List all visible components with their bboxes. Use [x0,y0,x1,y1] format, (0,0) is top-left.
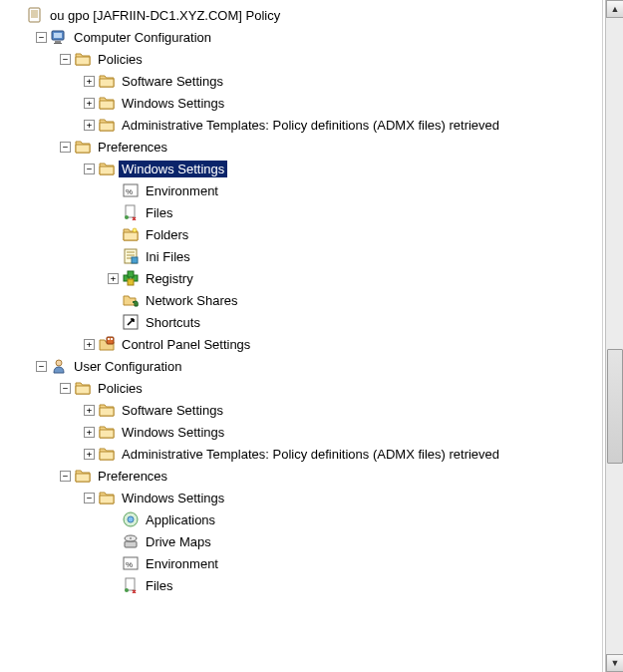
folder-icon [99,424,115,440]
tree-item-label[interactable]: Drive Maps [143,533,214,550]
env-icon [123,555,139,571]
tree-item-label[interactable]: ou gpo [JAFRIIN-DC1.XYZ.COM] Policy [47,7,283,24]
tree-item-label[interactable]: Windows Settings [119,161,227,177]
tree-item-label[interactable]: User Configuration [71,358,184,375]
node-user-config[interactable]: −User Configuration [6,355,602,377]
tree-item-label[interactable]: Policies [95,380,146,397]
ctrlpanel-icon [99,336,115,352]
expand-toggle[interactable]: + [84,405,95,416]
user-icon [51,358,67,374]
tree-item-label[interactable]: Preferences [95,139,170,156]
node-cc-control-panel[interactable]: +Control Panel Settings [6,333,602,355]
tree-item-label[interactable]: Administrative Templates: Policy definit… [119,117,502,134]
node-cc-preferences[interactable]: −Preferences [6,136,602,158]
drivemap-icon [123,533,139,549]
tree-item-label[interactable]: Control Panel Settings [119,336,253,353]
folder-icon [99,117,115,133]
collapse-toggle[interactable]: − [36,32,47,43]
node-uc-preferences[interactable]: −Preferences [6,465,602,487]
expand-toggle[interactable]: + [84,120,95,131]
node-cc-folders[interactable]: Folders [6,223,602,245]
node-cc-software-settings[interactable]: +Software Settings [6,70,602,92]
expand-toggle[interactable]: + [84,339,95,350]
collapse-toggle[interactable]: − [60,142,71,153]
node-uc-drive-maps[interactable]: Drive Maps [6,530,602,552]
tree-item-label[interactable]: Environment [143,182,221,199]
tree-item-label[interactable]: Software Settings [119,73,226,90]
scroll-track[interactable] [606,18,623,654]
node-cc-files[interactable]: Files [6,201,602,223]
collapse-toggle[interactable]: − [60,54,71,65]
shares-icon [123,292,139,308]
shortcut-icon [123,314,139,330]
ini-icon [123,248,139,264]
expand-toggle[interactable]: + [84,449,95,460]
expand-toggle[interactable]: + [84,76,95,87]
collapse-toggle[interactable]: − [60,471,71,482]
tree-item-label[interactable]: Windows Settings [119,490,227,506]
node-uc-windows-settings-policies[interactable]: +Windows Settings [6,421,602,443]
node-cc-network-shares[interactable]: Network Shares [6,289,602,311]
node-uc-files[interactable]: Files [6,574,602,596]
folder-icon [99,73,115,89]
tree-item-label[interactable]: Windows Settings [119,424,227,441]
tree-item-label[interactable]: Applications [143,511,218,528]
tree-item-label[interactable]: Software Settings [119,402,226,419]
node-uc-software-settings[interactable]: +Software Settings [6,399,602,421]
tree-item-label[interactable]: Windows Settings [119,95,227,112]
folder-icon [75,380,91,396]
node-root-policy[interactable]: ou gpo [JAFRIIN-DC1.XYZ.COM] Policy [6,4,602,26]
node-cc-admin-templates[interactable]: +Administrative Templates: Policy defini… [6,114,602,136]
tree-item-label[interactable]: Policies [95,51,146,68]
node-uc-policies[interactable]: −Policies [6,377,602,399]
tree-item-label[interactable]: Network Shares [143,292,240,309]
node-cc-shortcuts[interactable]: Shortcuts [6,311,602,333]
node-uc-windows-settings-prefs[interactable]: −Windows Settings [6,487,602,508]
tree-item-label[interactable]: Preferences [95,468,170,485]
folder-icon [75,468,91,484]
env-icon [123,182,139,198]
node-cc-registry[interactable]: +Registry [6,267,602,289]
apps-icon [123,511,139,527]
tree-item-label[interactable]: Administrative Templates: Policy definit… [119,446,502,463]
files-icon [123,204,139,220]
node-cc-policies[interactable]: −Policies [6,48,602,70]
scroll-down-button[interactable]: ▼ [606,654,623,672]
tree-item-label[interactable]: Files [143,577,175,594]
folder-icon [99,95,115,111]
tree-item-label[interactable]: Files [143,204,175,221]
collapse-toggle[interactable]: − [60,383,71,394]
tree-item-label[interactable]: Registry [143,270,196,287]
folders-sparkle-icon [123,226,139,242]
tree-item-label[interactable]: Environment [143,555,221,572]
scroll-thumb[interactable] [607,349,623,464]
folder-icon [99,402,115,418]
node-cc-windows-settings-policies[interactable]: +Windows Settings [6,92,602,114]
node-uc-applications[interactable]: Applications [6,508,602,530]
expand-toggle[interactable]: + [108,273,119,284]
tree-view[interactable]: ou gpo [JAFRIIN-DC1.XYZ.COM] Policy−Comp… [0,0,603,672]
folder-icon [99,446,115,462]
expand-toggle[interactable]: + [84,427,95,438]
collapse-toggle[interactable]: − [84,164,95,174]
scroll-up-button[interactable]: ▲ [606,0,623,18]
computer-icon [51,29,67,45]
tree-item-label[interactable]: Folders [143,226,191,243]
tree-item-label[interactable]: Computer Configuration [71,29,214,46]
node-cc-ini-files[interactable]: Ini Files [6,245,602,267]
vertical-scrollbar[interactable]: ▲ ▼ [605,0,623,672]
folder-icon [99,161,115,176]
tree-item-label[interactable]: Ini Files [143,248,193,265]
registry-icon [123,270,139,286]
expand-toggle[interactable]: + [84,98,95,109]
folder-icon [75,51,91,67]
collapse-toggle[interactable]: − [84,493,95,504]
node-cc-environment[interactable]: Environment [6,179,602,201]
node-computer-config[interactable]: −Computer Configuration [6,26,602,48]
tree-item-label[interactable]: Shortcuts [143,314,203,331]
collapse-toggle[interactable]: − [36,361,47,372]
node-cc-windows-settings-prefs[interactable]: −Windows Settings [6,158,602,179]
node-uc-environment[interactable]: Environment [6,552,602,574]
files-icon [123,577,139,593]
node-uc-admin-templates[interactable]: +Administrative Templates: Policy defini… [6,443,602,465]
